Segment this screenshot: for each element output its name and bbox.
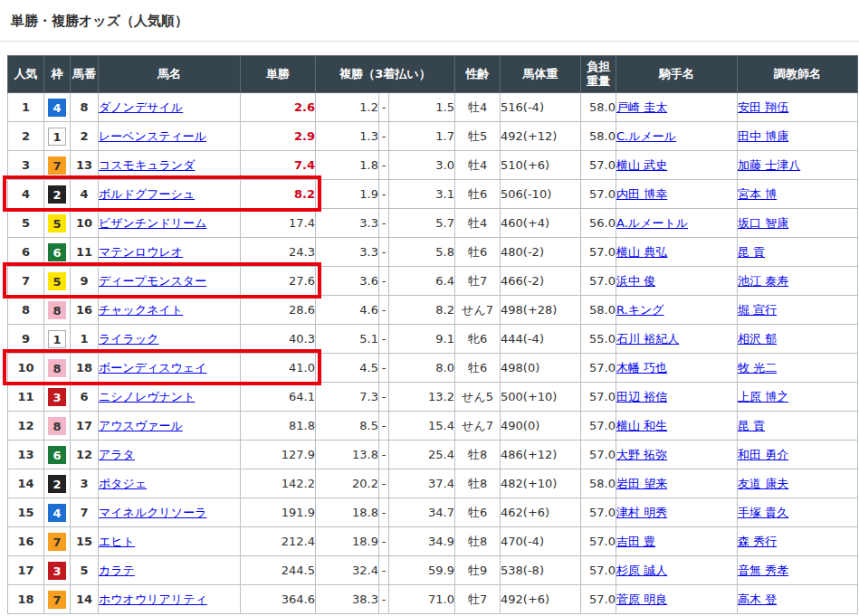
title-divider: [0, 41, 859, 42]
trainer-link[interactable]: 加藤 士津八: [738, 158, 800, 172]
place-odds-separator: -: [379, 238, 389, 267]
jockey-link[interactable]: 横山 典弘: [616, 245, 667, 259]
horse-name-link[interactable]: ニシノレヴナント: [99, 390, 195, 403]
horse-weight-cell: 498(0): [501, 354, 581, 383]
trainer-link[interactable]: 音無 秀孝: [738, 564, 788, 577]
odds-table: 人気 枠 馬番 馬名 単勝 複勝（3着払い） 性齢 馬体重 負担重量 騎手名 調…: [7, 55, 858, 614]
horse-weight-cell: 480(-2): [501, 238, 581, 267]
jockey-link[interactable]: 戸崎 圭太: [616, 100, 667, 114]
jockey-link[interactable]: 吉田 豊: [616, 535, 655, 548]
impost-cell: 57.0: [581, 527, 616, 556]
trainer-link[interactable]: 相沢 郁: [738, 332, 777, 346]
jockey-link[interactable]: C.ルメール: [616, 129, 676, 143]
horse-name-link[interactable]: ビザンチンドリーム: [99, 216, 206, 230]
trainer-link[interactable]: 昆 貢: [738, 245, 765, 259]
odds-table-wrap: 人気 枠 馬番 馬名 単勝 複勝（3着払い） 性齢 馬体重 負担重量 騎手名 調…: [7, 55, 857, 614]
jockey-link[interactable]: 津村 明秀: [616, 506, 667, 519]
place-odds-low-cell: 18.9: [316, 527, 379, 556]
jockey-link[interactable]: 杉原 誠人: [616, 564, 667, 577]
jockey-cell: 菅原 明良: [616, 585, 738, 614]
table-row: 16715エヒト212.418.9-34.9牡8470(-4)57.0吉田 豊森…: [8, 527, 858, 556]
horse-name-link[interactable]: アラタ: [99, 448, 135, 461]
win-odds-cell: 2.6: [241, 93, 316, 122]
trainer-cell: 昆 貢: [738, 238, 858, 267]
trainer-link[interactable]: 友道 康夫: [738, 477, 788, 490]
frame-number-badge: 6: [48, 243, 66, 261]
win-odds-cell: 364.6: [241, 585, 316, 614]
trainer-link[interactable]: 安田 翔伍: [738, 100, 788, 114]
horse-name-link[interactable]: ダノンデサイル: [99, 100, 183, 114]
frame-number-badge: 8: [48, 301, 66, 319]
horse-name-link[interactable]: エヒト: [99, 535, 135, 548]
trainer-link[interactable]: 高木 登: [738, 592, 777, 606]
horse-name-link[interactable]: コスモキュランダ: [99, 158, 195, 172]
trainer-link[interactable]: 森 秀行: [738, 535, 777, 548]
frame-cell: 7: [44, 151, 71, 180]
frame-number-badge: 3: [48, 388, 66, 406]
horse-name-link[interactable]: ホウオウリアリティ: [99, 592, 207, 606]
horse-name-cell: ボルドグフーシュ: [99, 180, 241, 209]
horse-name-link[interactable]: ボルドグフーシュ: [99, 187, 195, 201]
horse-weight-cell: 492(+12): [501, 122, 581, 151]
place-odds-low-cell: 18.8: [316, 498, 379, 527]
trainer-link[interactable]: 手塚 貴久: [738, 506, 788, 519]
horse-name-cell: ホウオウリアリティ: [99, 585, 241, 614]
trainer-link[interactable]: 和田 勇介: [738, 448, 788, 461]
jockey-link[interactable]: R.キング: [616, 303, 664, 317]
frame-cell: 1: [44, 122, 71, 151]
horse-name-link[interactable]: チャックネイト: [99, 303, 183, 317]
table-row: 759ディープモンスター27.63.6-6.4牡7466(-2)57.0浜中 俊…: [8, 267, 858, 296]
jockey-cell: 杉原 誠人: [616, 556, 738, 585]
sex-age-cell: 牡4: [455, 93, 501, 122]
win-odds-cell: 244.5: [241, 556, 316, 585]
jockey-link[interactable]: 石川 裕紀人: [616, 332, 679, 346]
jockey-cell: C.ルメール: [616, 122, 738, 151]
horse-weight-cell: 506(-10): [501, 180, 581, 209]
trainer-link[interactable]: 上原 博之: [738, 390, 788, 403]
horse-name-cell: ビザンチンドリーム: [99, 209, 241, 238]
place-odds-separator: -: [379, 296, 389, 325]
horse-number-cell: 16: [71, 296, 99, 325]
trainer-link[interactable]: 宮本 博: [738, 187, 777, 201]
win-odds-cell: 127.9: [241, 441, 316, 469]
place-odds-low-cell: 13.8: [316, 441, 379, 469]
horse-name-link[interactable]: カラテ: [99, 564, 135, 577]
win-odds-cell: 81.8: [241, 412, 316, 441]
jockey-link[interactable]: 大野 拓弥: [616, 448, 667, 461]
trainer-link[interactable]: 堀 宣行: [738, 303, 777, 317]
horse-name-link[interactable]: ライラック: [99, 332, 159, 346]
trainer-link[interactable]: 坂口 智康: [738, 216, 788, 230]
trainer-cell: 友道 康夫: [738, 469, 858, 498]
impost-cell: 57.0: [581, 238, 616, 267]
trainer-link[interactable]: 田中 博康: [738, 129, 788, 143]
horse-name-cell: ポタジェ: [99, 469, 241, 498]
horse-name-link[interactable]: アウスヴァール: [99, 419, 183, 432]
horse-name-link[interactable]: ボーンディスウェイ: [99, 361, 206, 374]
horse-name-link[interactable]: マイネルクリソーラ: [99, 506, 206, 519]
trainer-link[interactable]: 昆 貢: [738, 419, 765, 432]
place-odds-high-cell: 25.4: [389, 441, 455, 469]
jockey-link[interactable]: 浜中 俊: [616, 274, 655, 288]
trainer-link[interactable]: 池江 泰寿: [738, 274, 788, 288]
impost-cell: 57.0: [581, 180, 616, 209]
jockey-link[interactable]: 岩田 望来: [616, 477, 667, 490]
place-odds-low-cell: 1.8: [316, 151, 379, 180]
jockey-cell: 大野 拓弥: [616, 441, 738, 469]
jockey-link[interactable]: 田辺 裕信: [616, 390, 667, 403]
jockey-cell: 横山 武史: [616, 151, 738, 180]
jockey-link[interactable]: 内田 博幸: [616, 187, 667, 201]
rank-cell: 7: [8, 267, 44, 296]
jockey-link[interactable]: 横山 武史: [616, 158, 667, 172]
horse-name-link[interactable]: ポタジェ: [99, 477, 147, 490]
trainer-link[interactable]: 牧 光二: [738, 361, 777, 374]
horse-name-link[interactable]: マテンロウレオ: [99, 245, 183, 259]
horse-name-link[interactable]: ディープモンスター: [99, 274, 206, 288]
place-odds-separator: -: [379, 93, 389, 122]
horse-name-link[interactable]: レーベンスティール: [99, 129, 206, 143]
trainer-cell: 宮本 博: [738, 180, 858, 209]
jockey-link[interactable]: 木幡 巧也: [616, 361, 667, 374]
jockey-link[interactable]: 菅原 明良: [616, 592, 667, 606]
jockey-link[interactable]: A.ルメートル: [616, 216, 688, 230]
jockey-link[interactable]: 横山 和生: [616, 419, 667, 432]
header-horse-number: 馬番: [71, 56, 99, 93]
